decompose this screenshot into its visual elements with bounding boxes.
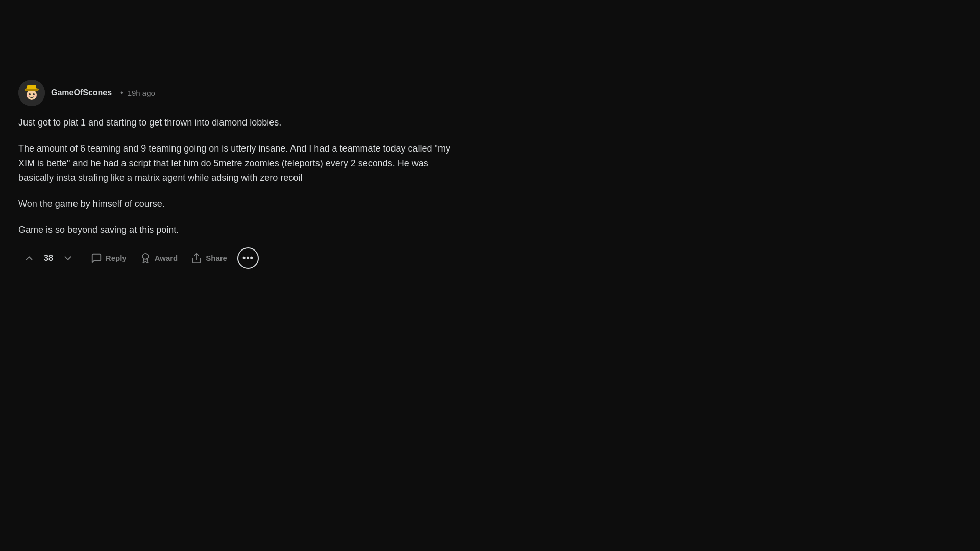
post-content: Just got to plat 1 and starting to get t… xyxy=(18,115,461,237)
post-paragraph-3: Won the game by himself of course. xyxy=(18,196,461,211)
upvote-icon xyxy=(23,253,35,264)
more-button[interactable]: ••• xyxy=(237,247,259,269)
share-label: Share xyxy=(206,254,227,262)
award-icon xyxy=(140,253,151,264)
post-paragraph-1: Just got to plat 1 and starting to get t… xyxy=(18,115,461,130)
post-meta: GameOfScones_ • 19h ago xyxy=(51,88,155,97)
reply-icon xyxy=(91,253,102,264)
reply-label: Reply xyxy=(106,254,127,262)
avatar xyxy=(18,80,45,106)
more-icon: ••• xyxy=(242,253,254,263)
award-button[interactable]: Award xyxy=(135,248,183,268)
share-icon xyxy=(191,253,202,264)
post-container: GameOfScones_ • 19h ago Just got to plat… xyxy=(10,71,470,277)
vote-section: 38 xyxy=(18,248,79,268)
post-paragraph-4: Game is so beyond saving at this point. xyxy=(18,222,461,237)
post-paragraph-2: The amount of 6 teaming and 9 teaming go… xyxy=(18,141,461,185)
timestamp: 19h ago xyxy=(128,89,155,97)
share-button[interactable]: Share xyxy=(186,248,232,268)
downvote-icon xyxy=(62,253,74,264)
award-label: Award xyxy=(155,254,178,262)
post-actions: 38 Reply Award xyxy=(18,247,461,269)
post-header: GameOfScones_ • 19h ago xyxy=(18,80,461,106)
downvote-button[interactable] xyxy=(57,248,79,268)
svg-point-6 xyxy=(27,95,30,97)
username: GameOfScones_ xyxy=(51,88,116,97)
svg-rect-8 xyxy=(25,89,38,91)
upvote-button[interactable] xyxy=(18,248,40,268)
vote-count: 38 xyxy=(42,254,55,263)
separator: • xyxy=(120,88,124,97)
reply-button[interactable]: Reply xyxy=(86,248,132,268)
svg-point-7 xyxy=(34,95,37,97)
page-container: GameOfScones_ • 19h ago Just got to plat… xyxy=(0,0,980,551)
